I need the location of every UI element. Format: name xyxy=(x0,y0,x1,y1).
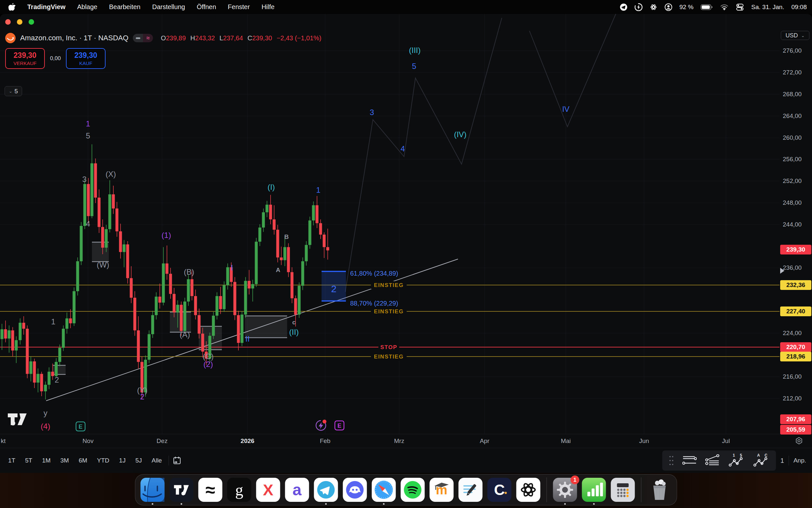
menu-item-darstellung[interactable]: Darstellung xyxy=(152,3,185,11)
wave-label: 1 xyxy=(86,119,90,128)
wave-label: (Y) xyxy=(137,386,147,394)
dock-icon-charts-app[interactable] xyxy=(582,478,606,502)
dock-icon-moodle[interactable]: m xyxy=(430,478,454,502)
pane-count-label[interactable]: 1 xyxy=(780,457,784,464)
range-button-1t[interactable]: 1T xyxy=(5,455,19,466)
wave-label: (W) xyxy=(97,260,109,269)
elliott-correction-icon[interactable]: AC xyxy=(753,454,769,467)
wave-label: (1) xyxy=(161,231,171,240)
menu-time[interactable]: 09:08 xyxy=(791,4,807,11)
user-account-icon[interactable] xyxy=(665,3,672,11)
market-status-pill[interactable]: ≈ xyxy=(133,34,153,42)
dock-icon-x-app[interactable]: X xyxy=(256,478,280,502)
goto-date-icon[interactable] xyxy=(172,456,182,465)
adjust-button[interactable]: Anp. xyxy=(794,457,806,464)
ohlc-value: L237,64 xyxy=(220,35,243,42)
buy-label: KAUF xyxy=(79,60,92,66)
running-indicator xyxy=(593,503,595,505)
wifi-icon[interactable] xyxy=(720,4,728,10)
dock-icon-spotify[interactable] xyxy=(401,478,425,502)
telegram-status-icon[interactable] xyxy=(620,3,627,11)
level-line: EINSTIEG xyxy=(0,307,779,315)
menu-item-fenster[interactable]: Fenster xyxy=(228,3,250,11)
chart-canvas[interactable]: EINSTIEGEINSTIEGSTOPEINSTIEG261,80% (234… xyxy=(0,14,779,434)
wave-label: (I) xyxy=(268,183,275,192)
menu-date[interactable]: Sa. 31. Jan. xyxy=(751,4,784,11)
dock-icon-waves-app[interactable]: ≈ xyxy=(198,478,223,502)
dock-divider xyxy=(641,477,641,502)
wave-label: 3 xyxy=(370,108,374,117)
dock-icon-chatgpt[interactable] xyxy=(516,478,540,502)
bottom-toolbar: 1T5T1M3M6MYTD1J5JAlle 15 AC xyxy=(0,448,812,473)
dock-icon-discord[interactable] xyxy=(343,478,367,502)
dock-icon-telegram[interactable] xyxy=(314,478,338,502)
dock-icon-system-settings[interactable]: 1 xyxy=(553,478,577,502)
object-tree-toggle[interactable]: ⌄ 5 xyxy=(5,86,22,96)
trend-lines-icon[interactable] xyxy=(705,454,720,467)
lightning-status-icon[interactable] xyxy=(635,3,642,11)
apple-logo-icon[interactable] xyxy=(8,3,15,11)
price-level-chip: 218,96 xyxy=(780,352,811,362)
dock-icon-notes-app[interactable] xyxy=(459,478,483,502)
currency-selector[interactable]: USD ⌄ xyxy=(781,31,809,40)
price-tick: 264,00 xyxy=(783,113,802,120)
svg-text:E: E xyxy=(337,423,341,429)
wave-label: 5 xyxy=(86,131,90,140)
dock-icon-a-app[interactable]: a xyxy=(285,478,309,502)
time-tick: 2026 xyxy=(241,437,254,444)
dock-icon-finder[interactable] xyxy=(141,478,165,502)
dock-icon-tradingview[interactable] xyxy=(170,478,194,502)
price-tick: 252,00 xyxy=(783,177,802,184)
running-indicator xyxy=(383,503,385,505)
symbol-title[interactable]: Amazon.com, Inc. · 1T · NASDAQ xyxy=(20,34,128,42)
dock-icon-trash[interactable] xyxy=(648,478,672,502)
notification-badge: 1 xyxy=(571,475,579,484)
range-button-5j[interactable]: 5J xyxy=(132,455,145,466)
svg-text:C: C xyxy=(765,454,767,458)
sell-button[interactable]: 239,30 VERKAUF xyxy=(5,48,45,69)
drag-handle-icon[interactable] xyxy=(669,455,674,466)
menu-item-bearbeiten[interactable]: Bearbeiten xyxy=(109,3,141,11)
openai-status-icon[interactable] xyxy=(650,3,657,11)
range-button-1j[interactable]: 1J xyxy=(115,455,129,466)
price-lines-icon[interactable] xyxy=(682,455,697,466)
event-marker: E xyxy=(76,422,85,431)
axis-settings-gear-icon[interactable] xyxy=(795,436,804,446)
dock-icon-c-app[interactable]: C xyxy=(487,478,512,502)
svg-text:STOP: STOP xyxy=(380,344,397,350)
svg-text:EINSTIEG: EINSTIEG xyxy=(374,353,403,360)
wave-label: 4 xyxy=(400,144,405,153)
range-button-3m[interactable]: 3M xyxy=(57,455,73,466)
wave-label: A xyxy=(276,266,280,273)
fib-level-label: 88,70% (229,29) xyxy=(350,300,398,307)
control-center-icon[interactable] xyxy=(736,3,744,11)
price-tick: 244,00 xyxy=(783,221,802,228)
menu-app-name[interactable]: TradingView xyxy=(27,3,65,11)
time-tick: Jun xyxy=(639,437,649,444)
range-button-ytd[interactable]: YTD xyxy=(94,455,113,466)
wave-label: 4 xyxy=(86,219,90,228)
menu-item-ablage[interactable]: Ablage xyxy=(77,3,97,11)
range-button-5t[interactable]: 5T xyxy=(21,455,36,466)
dock-icon-g-app[interactable]: g xyxy=(227,478,251,502)
macos-menu-bar: TradingView AblageBearbeitenDarstellungÖ… xyxy=(0,0,812,14)
tradingview-watermark xyxy=(8,413,27,425)
range-button-6m[interactable]: 6M xyxy=(75,455,91,466)
price-tick: 248,00 xyxy=(783,199,802,206)
wave-label: (II) xyxy=(289,328,298,336)
wave-label: (A) xyxy=(180,330,190,339)
range-button-alle[interactable]: Alle xyxy=(148,455,165,466)
price-level-chip: 232,36 xyxy=(780,280,811,290)
range-button-1m[interactable]: 1M xyxy=(38,455,54,466)
dock-icon-calculator[interactable] xyxy=(611,478,635,502)
menu-item-öffnen[interactable]: Öffnen xyxy=(197,3,216,11)
elliott-impulse-icon[interactable]: 15 xyxy=(728,454,745,467)
time-axis[interactable]: ktNovDez2026FebMrzAprMaiJunJul xyxy=(0,434,812,448)
time-tick: Apr xyxy=(480,437,489,444)
menu-item-hilfe[interactable]: Hilfe xyxy=(261,3,275,11)
buy-button[interactable]: 239,30 KAUF xyxy=(66,48,105,69)
wave-label: (IV) xyxy=(454,130,467,139)
dock-icon-safari[interactable] xyxy=(372,478,396,502)
price-axis[interactable]: USD ⌄ 276,00272,00268,00264,00260,00256,… xyxy=(779,14,812,434)
wave-label: B xyxy=(284,234,289,240)
